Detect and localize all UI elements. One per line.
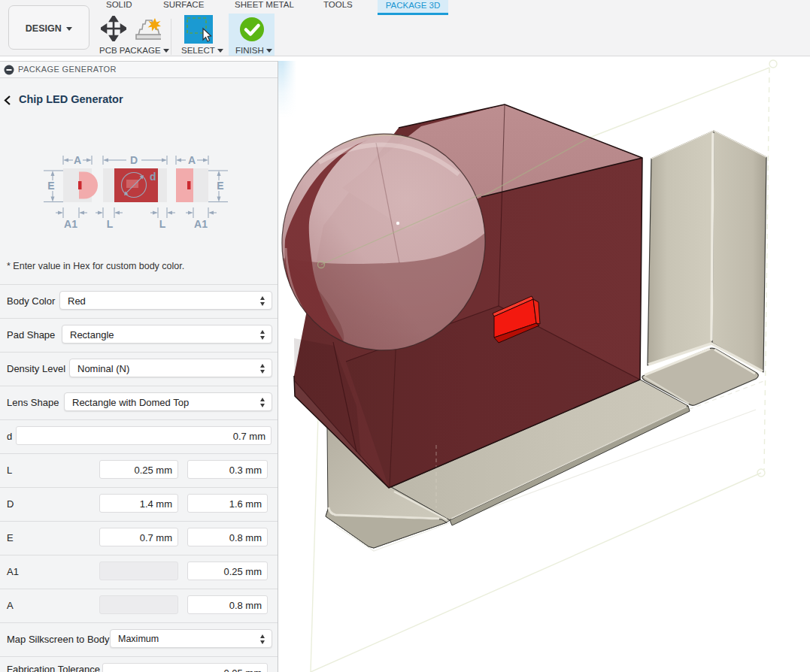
svg-text:E: E	[217, 180, 223, 192]
svg-text:E: E	[47, 180, 54, 192]
svg-text:L: L	[107, 218, 114, 230]
svg-text:L: L	[159, 218, 166, 230]
svg-text:A: A	[74, 154, 81, 166]
svg-text:A: A	[188, 154, 196, 166]
svg-text:A1: A1	[194, 218, 208, 230]
svg-text:d: d	[150, 171, 156, 183]
svg-text:D: D	[130, 154, 138, 166]
svg-text:A1: A1	[64, 218, 77, 230]
